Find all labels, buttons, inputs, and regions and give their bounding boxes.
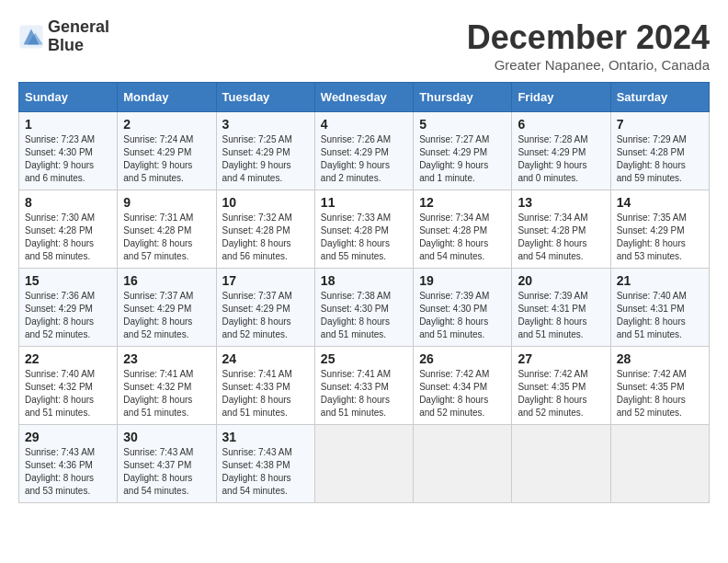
sunrise-label: Sunrise: 7:42 AM xyxy=(617,369,687,379)
calendar-table: SundayMondayTuesdayWednesdayThursdayFrid… xyxy=(18,82,710,503)
sunrise-label: Sunrise: 7:25 AM xyxy=(222,134,292,144)
day-number: 29 xyxy=(25,430,111,444)
day-number: 18 xyxy=(321,273,407,288)
calendar-cell: 13 Sunrise: 7:34 AM Sunset: 4:28 PM Dayl… xyxy=(512,190,610,269)
sunset-label: Sunset: 4:28 PM xyxy=(518,225,586,236)
calendar-cell: 30 Sunrise: 7:43 AM Sunset: 4:37 PM Dayl… xyxy=(118,425,216,503)
day-number: 24 xyxy=(222,351,309,366)
sunset-label: Sunset: 4:35 PM xyxy=(617,382,685,392)
calendar-cell: 22 Sunrise: 7:40 AM Sunset: 4:32 PM Dayl… xyxy=(19,347,118,425)
sunrise-label: Sunrise: 7:23 AM xyxy=(25,134,95,144)
sunset-label: Sunset: 4:28 PM xyxy=(123,225,191,236)
sunrise-label: Sunrise: 7:24 AM xyxy=(123,134,193,144)
day-info: Sunrise: 7:34 AM Sunset: 4:28 PM Dayligh… xyxy=(419,212,506,263)
header-cell-tuesday: Tuesday xyxy=(216,83,314,112)
calendar-cell: 25 Sunrise: 7:41 AM Sunset: 4:33 PM Dayl… xyxy=(314,347,413,425)
sunrise-label: Sunrise: 7:34 AM xyxy=(518,213,587,223)
header-cell-thursday: Thursday xyxy=(414,83,512,112)
day-info: Sunrise: 7:42 AM Sunset: 4:35 PM Dayligh… xyxy=(617,368,703,419)
calendar-cell: 14 Sunrise: 7:35 AM Sunset: 4:29 PM Dayl… xyxy=(610,190,709,269)
day-number: 23 xyxy=(123,351,210,366)
calendar-cell xyxy=(314,425,413,503)
title-area: December 2024 Greater Napanee, Ontario, … xyxy=(467,18,710,73)
sunrise-label: Sunrise: 7:42 AM xyxy=(518,369,587,379)
daylight-label: Daylight: 8 hours and 58 minutes. xyxy=(25,238,94,261)
daylight-label: Daylight: 8 hours and 59 minutes. xyxy=(617,160,686,183)
day-info: Sunrise: 7:23 AM Sunset: 4:30 PM Dayligh… xyxy=(25,133,111,185)
sunset-label: Sunset: 4:28 PM xyxy=(25,225,93,236)
day-number: 31 xyxy=(222,430,309,444)
calendar-header: SundayMondayTuesdayWednesdayThursdayFrid… xyxy=(19,83,710,112)
calendar-cell: 12 Sunrise: 7:34 AM Sunset: 4:28 PM Dayl… xyxy=(414,190,512,269)
sunset-label: Sunset: 4:31 PM xyxy=(518,304,586,314)
sunrise-label: Sunrise: 7:37 AM xyxy=(222,291,292,301)
logo: General Blue xyxy=(18,18,109,55)
daylight-label: Daylight: 8 hours and 51 minutes. xyxy=(123,395,192,418)
calendar-cell: 23 Sunrise: 7:41 AM Sunset: 4:32 PM Dayl… xyxy=(118,347,216,425)
header-cell-friday: Friday xyxy=(512,83,610,112)
week-row-1: 1 Sunrise: 7:23 AM Sunset: 4:30 PM Dayli… xyxy=(19,112,710,190)
day-info: Sunrise: 7:29 AM Sunset: 4:28 PM Dayligh… xyxy=(617,133,703,185)
logo-icon xyxy=(18,24,44,50)
sunset-label: Sunset: 4:33 PM xyxy=(222,382,290,392)
calendar-cell: 19 Sunrise: 7:39 AM Sunset: 4:30 PM Dayl… xyxy=(414,269,512,347)
sunrise-label: Sunrise: 7:38 AM xyxy=(321,291,391,301)
calendar-cell: 27 Sunrise: 7:42 AM Sunset: 4:35 PM Dayl… xyxy=(512,347,610,425)
day-info: Sunrise: 7:24 AM Sunset: 4:29 PM Dayligh… xyxy=(123,133,210,185)
daylight-label: Daylight: 8 hours and 51 minutes. xyxy=(25,395,94,418)
day-number: 17 xyxy=(222,273,309,288)
sunset-label: Sunset: 4:29 PM xyxy=(123,304,191,314)
sunset-label: Sunset: 4:28 PM xyxy=(617,147,685,157)
calendar-cell: 31 Sunrise: 7:43 AM Sunset: 4:38 PM Dayl… xyxy=(216,425,314,503)
day-number: 19 xyxy=(419,273,506,288)
header-cell-sunday: Sunday xyxy=(19,83,118,112)
day-number: 1 xyxy=(25,117,111,132)
day-info: Sunrise: 7:41 AM Sunset: 4:33 PM Dayligh… xyxy=(321,368,407,419)
day-info: Sunrise: 7:40 AM Sunset: 4:31 PM Dayligh… xyxy=(617,290,703,341)
day-info: Sunrise: 7:37 AM Sunset: 4:29 PM Dayligh… xyxy=(123,290,210,341)
sunrise-label: Sunrise: 7:32 AM xyxy=(222,213,292,223)
sunset-label: Sunset: 4:35 PM xyxy=(518,382,586,392)
day-number: 5 xyxy=(419,117,506,132)
daylight-label: Daylight: 8 hours and 54 minutes. xyxy=(419,238,488,261)
sunrise-label: Sunrise: 7:28 AM xyxy=(518,134,587,144)
day-info: Sunrise: 7:43 AM Sunset: 4:36 PM Dayligh… xyxy=(25,446,111,498)
calendar-cell xyxy=(414,425,512,503)
calendar-cell: 29 Sunrise: 7:43 AM Sunset: 4:36 PM Dayl… xyxy=(19,425,118,503)
sunset-label: Sunset: 4:36 PM xyxy=(25,460,93,470)
daylight-label: Daylight: 8 hours and 51 minutes. xyxy=(419,316,488,339)
day-info: Sunrise: 7:26 AM Sunset: 4:29 PM Dayligh… xyxy=(321,133,407,185)
header-cell-saturday: Saturday xyxy=(610,83,709,112)
daylight-label: Daylight: 8 hours and 56 minutes. xyxy=(222,238,291,261)
sunrise-label: Sunrise: 7:27 AM xyxy=(419,134,489,144)
day-number: 13 xyxy=(518,195,604,210)
sunset-label: Sunset: 4:29 PM xyxy=(222,147,290,157)
day-info: Sunrise: 7:32 AM Sunset: 4:28 PM Dayligh… xyxy=(222,212,309,263)
sunset-label: Sunset: 4:29 PM xyxy=(222,304,290,314)
daylight-label: Daylight: 9 hours and 6 minutes. xyxy=(25,160,94,183)
day-info: Sunrise: 7:37 AM Sunset: 4:29 PM Dayligh… xyxy=(222,290,309,341)
day-info: Sunrise: 7:38 AM Sunset: 4:30 PM Dayligh… xyxy=(321,290,407,341)
calendar-body: 1 Sunrise: 7:23 AM Sunset: 4:30 PM Dayli… xyxy=(19,112,710,503)
day-number: 3 xyxy=(222,117,309,132)
daylight-label: Daylight: 8 hours and 53 minutes. xyxy=(617,238,686,261)
daylight-label: Daylight: 8 hours and 51 minutes. xyxy=(518,316,586,339)
day-number: 11 xyxy=(321,195,407,210)
day-info: Sunrise: 7:31 AM Sunset: 4:28 PM Dayligh… xyxy=(123,212,210,263)
daylight-label: Daylight: 8 hours and 52 minutes. xyxy=(518,395,586,418)
day-number: 10 xyxy=(222,195,309,210)
daylight-label: Daylight: 8 hours and 51 minutes. xyxy=(321,316,390,339)
daylight-label: Daylight: 8 hours and 52 minutes. xyxy=(617,395,686,418)
sunrise-label: Sunrise: 7:39 AM xyxy=(419,291,489,301)
sunset-label: Sunset: 4:28 PM xyxy=(419,225,487,236)
calendar-cell xyxy=(610,425,709,503)
sunset-label: Sunset: 4:31 PM xyxy=(617,304,685,314)
week-row-4: 22 Sunrise: 7:40 AM Sunset: 4:32 PM Dayl… xyxy=(19,347,710,425)
day-number: 14 xyxy=(617,195,703,210)
sunrise-label: Sunrise: 7:39 AM xyxy=(518,291,587,301)
day-info: Sunrise: 7:42 AM Sunset: 4:35 PM Dayligh… xyxy=(518,368,604,419)
calendar-cell: 6 Sunrise: 7:28 AM Sunset: 4:29 PM Dayli… xyxy=(512,112,610,190)
week-row-5: 29 Sunrise: 7:43 AM Sunset: 4:36 PM Dayl… xyxy=(19,425,710,503)
header-row: SundayMondayTuesdayWednesdayThursdayFrid… xyxy=(19,83,710,112)
header: General Blue December 2024 Greater Napan… xyxy=(18,18,710,73)
